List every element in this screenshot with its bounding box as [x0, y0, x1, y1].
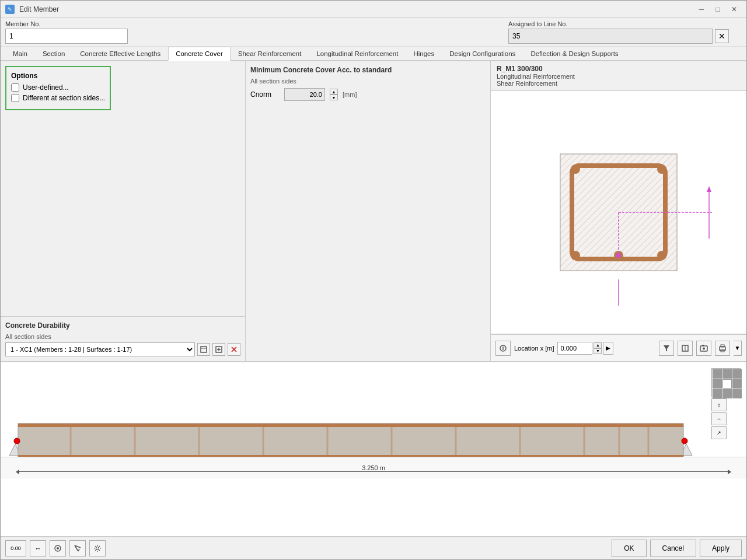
durability-new-button[interactable]	[212, 343, 225, 356]
svg-marker-28	[664, 345, 669, 351]
view-tool-3[interactable]: ↗	[711, 426, 727, 439]
durability-dropdown-row: 1 - XC1 (Members : 1-28 | Surfaces : 1-1…	[5, 342, 240, 356]
print-button[interactable]	[715, 341, 730, 356]
main-content: Options User-defined... Different at sec…	[1, 61, 746, 361]
footer-coord-button[interactable]: 0.00	[5, 540, 26, 556]
concrete-durability-section: Concrete Durability All section sides 1 …	[1, 317, 245, 361]
view-tool-2[interactable]: ↔	[711, 412, 727, 425]
durability-edit-button[interactable]	[197, 343, 210, 356]
svg-point-12	[657, 164, 666, 174]
cnorm-spin: ▲ ▼	[330, 89, 338, 100]
tab-hinges[interactable]: Hinges	[406, 47, 442, 61]
apply-button[interactable]: Apply	[700, 540, 742, 557]
title-bar: ✎ Edit Member ─ □ ✕	[1, 1, 746, 18]
svg-rect-0	[201, 346, 207, 352]
svg-point-11	[571, 164, 580, 174]
member-no-input[interactable]	[5, 29, 128, 44]
filter-button[interactable]	[659, 341, 674, 356]
maximize-button[interactable]: □	[710, 3, 725, 16]
svg-point-57	[57, 547, 59, 550]
cnorm-input[interactable]	[284, 88, 325, 101]
section-svg: y z	[525, 119, 712, 306]
options-section: Options User-defined... Different at sec…	[1, 61, 245, 317]
assigned-line-input[interactable]	[508, 29, 713, 44]
view-mode-button[interactable]	[678, 341, 693, 356]
options-title: Options	[11, 72, 105, 80]
member-no-label: Member No.	[5, 20, 250, 27]
snap-icon	[54, 544, 62, 552]
settings-icon	[93, 544, 102, 552]
user-defined-checkbox-row[interactable]: User-defined...	[11, 83, 105, 92]
tab-bar: Main Section Concrete Effective Lengths …	[1, 47, 746, 61]
cancel-button[interactable]: Cancel	[650, 540, 696, 557]
cnorm-row: Cnorm ▲ ▼ [mm]	[250, 88, 486, 101]
tab-concrete-cover[interactable]: Concrete Cover	[168, 47, 231, 61]
select-icon	[74, 544, 82, 552]
tab-design-configurations[interactable]: Design Configurations	[442, 47, 523, 61]
footer-measure-label: ↔	[35, 545, 41, 552]
options-box: Options User-defined... Different at sec…	[5, 66, 111, 110]
footer-bar: 0.00 ↔ OK Cancel Apply	[1, 536, 746, 559]
all-section-sides-label-2: All section sides	[250, 78, 486, 85]
location-input[interactable]	[557, 342, 592, 355]
close-button[interactable]: ✕	[727, 3, 742, 16]
tab-shear-reinforcement[interactable]: Shear Reinforcement	[231, 47, 309, 61]
ruler-line	[18, 471, 729, 472]
content-area: Member No. Assigned to Line No. ✕ Main S…	[1, 18, 746, 536]
svg-point-55	[682, 438, 687, 444]
beam-canvas	[1, 362, 746, 457]
tab-concrete-effective-lengths[interactable]: Concrete Effective Lengths	[72, 47, 168, 61]
footer-measure-button[interactable]: ↔	[30, 540, 46, 556]
tab-section[interactable]: Section	[35, 47, 72, 61]
assigned-line-action-button[interactable]: ✕	[715, 29, 729, 43]
user-defined-checkbox[interactable]	[11, 83, 19, 92]
all-section-sides-label-1: All section sides	[5, 333, 240, 340]
window-title: Edit Member	[19, 5, 689, 13]
location-spin-up[interactable]: ▲	[594, 342, 602, 348]
view-tool-1[interactable]: ↕	[711, 398, 727, 411]
location-spin: ▲ ▼	[594, 342, 602, 354]
top-fields: Member No. Assigned to Line No. ✕	[1, 18, 746, 47]
cnorm-spin-up[interactable]: ▲	[330, 89, 338, 94]
ruler-bar: 3.250 m	[1, 457, 746, 478]
bottom-view: ↕ ↔ ↗	[1, 361, 746, 536]
different-sides-checkbox-row[interactable]: Different at section sides...	[11, 94, 105, 102]
user-defined-label: User-defined...	[23, 83, 69, 92]
svg-rect-33	[702, 345, 704, 346]
svg-rect-40	[18, 424, 683, 427]
footer-snap-button[interactable]	[50, 540, 66, 556]
right-panel: R_M1 300/300 Longitudinal Reinforcement …	[491, 61, 746, 361]
svg-marker-18	[707, 186, 711, 192]
location-spin-down[interactable]: ▼	[594, 348, 602, 354]
cnorm-label: Cnorm	[250, 90, 280, 99]
beam-svg	[6, 374, 695, 457]
footer-coord-label: 0.00	[11, 545, 21, 551]
durability-delete-button[interactable]	[228, 343, 240, 356]
minimize-button[interactable]: ─	[694, 3, 709, 16]
section-detail-2: Shear Reinforcement	[497, 80, 741, 87]
different-sides-checkbox[interactable]	[11, 94, 19, 102]
app-icon: ✎	[5, 5, 15, 14]
empty-bottom-area	[1, 478, 746, 536]
location-next-button[interactable]: ▶	[603, 342, 613, 355]
screenshot-button[interactable]	[696, 341, 711, 356]
concrete-durability-title: Concrete Durability	[5, 321, 240, 330]
footer-settings-button[interactable]	[89, 540, 106, 556]
print-dropdown-button[interactable]: ▼	[734, 341, 742, 356]
section-info: R_M1 300/300 Longitudinal Reinforcement …	[491, 61, 746, 91]
grid-icon[interactable]	[711, 368, 741, 397]
view-properties-button[interactable]	[495, 341, 511, 356]
assigned-line-label: Assigned to Line No.	[508, 20, 742, 27]
tab-deflection[interactable]: Deflection & Design Supports	[523, 47, 626, 61]
svg-rect-53	[18, 427, 683, 455]
view-toolbar: ↕ ↔ ↗	[711, 368, 741, 439]
tab-longitudinal-reinforcement[interactable]: Longitudinal Reinforcement	[309, 47, 406, 61]
tab-main[interactable]: Main	[5, 47, 35, 61]
window-controls: ─ □ ✕	[694, 3, 742, 16]
cnorm-spin-down[interactable]: ▼	[330, 94, 338, 100]
footer-select-button[interactable]	[69, 540, 86, 556]
ok-button[interactable]: OK	[612, 540, 646, 557]
svg-line-59	[78, 549, 79, 551]
svg-point-14	[657, 251, 666, 260]
durability-dropdown[interactable]: 1 - XC1 (Members : 1-28 | Surfaces : 1-1…	[5, 342, 195, 356]
